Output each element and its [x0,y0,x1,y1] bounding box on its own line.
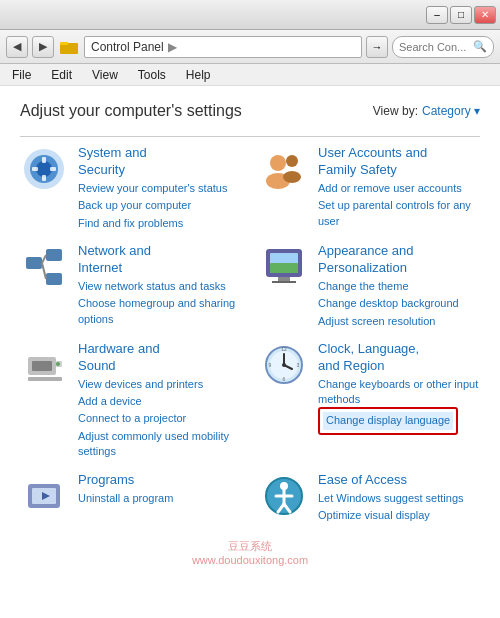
ease-icon [260,472,308,520]
category-programs: Programs Uninstall a program [20,472,240,524]
svg-rect-24 [32,361,52,371]
appearance-link-2[interactable]: Change desktop background [318,296,459,311]
category-system: System andSecurity Review your computer'… [20,145,240,231]
menu-edit[interactable]: Edit [47,66,76,84]
address-path[interactable]: Control Panel ▶ [84,36,362,58]
system-text: System andSecurity Review your computer'… [78,145,227,231]
network-link-1[interactable]: View network status and tasks [78,279,240,294]
minimize-button[interactable]: – [426,6,448,24]
svg-rect-22 [272,281,296,283]
svg-rect-5 [42,157,46,163]
svg-rect-21 [278,277,290,281]
title-bar: – □ ✕ [0,0,500,30]
svg-point-9 [270,155,286,171]
menu-help[interactable]: Help [182,66,215,84]
hardware-icon [20,341,68,389]
hardware-text: Hardware andSound View devices and print… [78,341,240,460]
svg-text:3: 3 [297,362,300,368]
svg-point-32 [282,363,286,367]
user-accounts-text: User Accounts andFamily Safety Add or re… [318,145,480,229]
path-arrow: ▶ [168,40,177,54]
search-input[interactable] [399,41,469,53]
watermark: 豆豆系统 www.doudouxitong.com [20,539,480,566]
system-link-1[interactable]: Review your computer's status [78,181,227,196]
svg-rect-7 [32,167,38,171]
categories-grid: System andSecurity Review your computer'… [20,145,480,523]
svg-text:6: 6 [283,376,286,382]
system-link-3[interactable]: Find and fix problems [78,216,227,231]
menu-tools[interactable]: Tools [134,66,170,84]
category-appearance: Appearance andPersonalization Change the… [260,243,480,329]
system-link-2[interactable]: Back up your computer [78,198,227,213]
ease-text: Ease of Access Let Windows suggest setti… [318,472,464,524]
system-icon [20,145,68,193]
svg-point-12 [283,171,301,183]
user-link-1[interactable]: Add or remove user accounts [318,181,480,196]
address-bar: ◀ ▶ Control Panel ▶ → 🔍 [0,30,500,64]
user-link-2[interactable]: Set up parental controls for any user [318,198,480,229]
category-hardware: Hardware andSound View devices and print… [20,341,240,460]
ease-link-1[interactable]: Let Windows suggest settings [318,491,464,506]
menu-file[interactable]: File [8,66,35,84]
clock-link-1[interactable]: Change keyboards or other input methods [318,377,480,408]
user-accounts-icon [260,145,308,193]
maximize-button[interactable]: □ [450,6,472,24]
network-text: Network andInternet View network status … [78,243,240,327]
svg-line-17 [42,263,46,279]
close-button[interactable]: ✕ [474,6,496,24]
svg-line-16 [42,255,46,263]
appearance-link-3[interactable]: Adjust screen resolution [318,314,459,329]
clock-text: Clock, Language,and Region Change keyboa… [318,341,480,435]
svg-rect-26 [28,377,62,381]
menu-view[interactable]: View [88,66,122,84]
network-icon [20,243,68,291]
hardware-title[interactable]: Hardware andSound [78,341,240,375]
page-title: Adjust your computer's settings [20,102,242,120]
forward-button[interactable]: ▶ [32,36,54,58]
watermark-line1: 豆豆系统 [20,539,480,554]
clock-highlight-link[interactable]: Change display language [323,412,453,429]
window-controls: – □ ✕ [426,6,496,24]
page-header: Adjust your computer's settings View by:… [20,102,480,120]
system-title[interactable]: System andSecurity [78,145,227,179]
hardware-link-4[interactable]: Adjust commonly used mobility settings [78,429,240,460]
category-clock: 12 3 6 9 Clock, Language,and Region Chan… [260,341,480,460]
svg-point-27 [56,362,60,366]
hardware-link-1[interactable]: View devices and printers [78,377,240,392]
appearance-title[interactable]: Appearance andPersonalization [318,243,459,277]
appearance-icon [260,243,308,291]
watermark-line2: www.doudouxitong.com [20,554,480,566]
go-button[interactable]: → [366,36,388,58]
programs-text: Programs Uninstall a program [78,472,173,506]
folder-icon [58,36,80,58]
user-accounts-title[interactable]: User Accounts andFamily Safety [318,145,480,179]
hardware-link-2[interactable]: Add a device [78,394,240,409]
view-by-label: View by: [373,104,418,118]
appearance-link-1[interactable]: Change the theme [318,279,459,294]
highlight-box: Change display language [318,407,458,434]
ease-link-2[interactable]: Optimize visual display [318,508,464,523]
svg-rect-20 [270,263,298,273]
view-by-value[interactable]: Category ▾ [422,104,480,118]
menu-bar: File Edit View Tools Help [0,64,500,86]
divider [20,136,480,137]
clock-title[interactable]: Clock, Language,and Region [318,341,480,375]
programs-link-1[interactable]: Uninstall a program [78,491,173,506]
search-icon: 🔍 [473,40,487,53]
category-network: Network andInternet View network status … [20,243,240,329]
hardware-link-3[interactable]: Connect to a projector [78,411,240,426]
ease-title[interactable]: Ease of Access [318,472,464,489]
svg-text:9: 9 [269,362,272,368]
svg-point-11 [286,155,298,167]
back-button[interactable]: ◀ [6,36,28,58]
programs-title[interactable]: Programs [78,472,173,489]
svg-rect-6 [42,175,46,181]
network-link-2[interactable]: Choose homegroup and sharing options [78,296,240,327]
view-by: View by: Category ▾ [373,104,480,118]
category-ease: Ease of Access Let Windows suggest setti… [260,472,480,524]
search-box[interactable]: 🔍 [392,36,494,58]
network-title[interactable]: Network andInternet [78,243,240,277]
svg-point-4 [36,161,52,177]
clock-icon: 12 3 6 9 [260,341,308,389]
svg-rect-14 [46,249,62,261]
